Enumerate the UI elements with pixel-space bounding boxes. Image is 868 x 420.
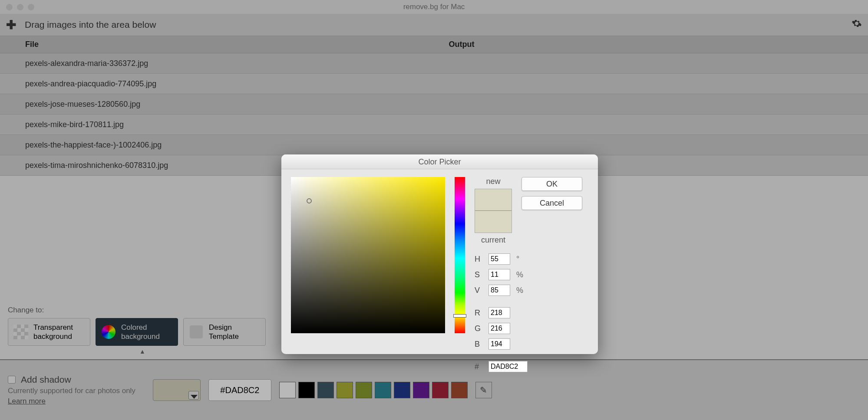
percent-unit: % — [516, 270, 525, 279]
s-label: S — [475, 270, 482, 279]
g-label: G — [475, 324, 482, 333]
b-input[interactable] — [488, 338, 510, 350]
b-label: B — [475, 340, 482, 349]
r-input[interactable] — [488, 307, 510, 318]
cancel-button[interactable]: Cancel — [521, 196, 582, 210]
hue-slider[interactable] — [455, 177, 465, 333]
v-input[interactable] — [488, 285, 510, 296]
new-color-swatch — [475, 189, 512, 211]
h-label: H — [475, 255, 482, 264]
current-color-swatch — [475, 211, 512, 233]
color-preview — [475, 189, 512, 233]
hex-field[interactable] — [488, 361, 528, 372]
v-label: V — [475, 286, 482, 295]
percent-unit: % — [516, 286, 525, 295]
degree-unit: ° — [516, 255, 525, 264]
h-input[interactable] — [488, 253, 510, 265]
hue-handle[interactable] — [453, 314, 466, 318]
saturation-value-plane[interactable] — [291, 177, 445, 333]
s-input[interactable] — [488, 269, 510, 280]
dialog-title: Color Picker — [281, 154, 598, 169]
hex-label: # — [475, 362, 482, 371]
r-label: R — [475, 308, 482, 318]
sv-handle[interactable] — [307, 198, 312, 203]
ok-button[interactable]: OK — [521, 177, 582, 191]
color-picker-dialog: Color Picker new current OK Cancel — [281, 154, 598, 354]
current-color-label: current — [481, 236, 505, 245]
new-color-label: new — [486, 177, 500, 186]
g-input[interactable] — [488, 323, 510, 334]
